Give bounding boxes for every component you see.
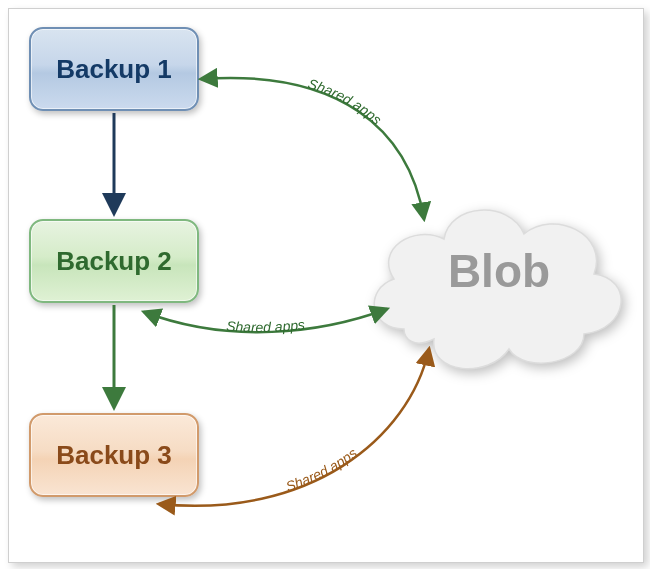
node-backup-1-label: Backup 1 xyxy=(56,54,172,85)
diagram-panel: Backup 1 Backup 2 Backup 3 Blob xyxy=(8,8,644,563)
node-backup-2-label: Backup 2 xyxy=(56,246,172,277)
edge-label-b1-blob: Shared apps xyxy=(306,75,385,127)
node-backup-3-label: Backup 3 xyxy=(56,440,172,471)
node-blob-label: Blob xyxy=(419,244,579,298)
edge-label-b3-blob: Shared apps xyxy=(284,445,360,495)
node-backup-2: Backup 2 xyxy=(29,219,199,303)
node-backup-3: Backup 3 xyxy=(29,413,199,497)
arrow-b2-to-blob xyxy=(144,309,387,332)
diagram-canvas: Backup 1 Backup 2 Backup 3 Blob xyxy=(0,0,650,569)
edge-label-b2-blob: Shared apps xyxy=(226,316,306,335)
node-backup-1: Backup 1 xyxy=(29,27,199,111)
